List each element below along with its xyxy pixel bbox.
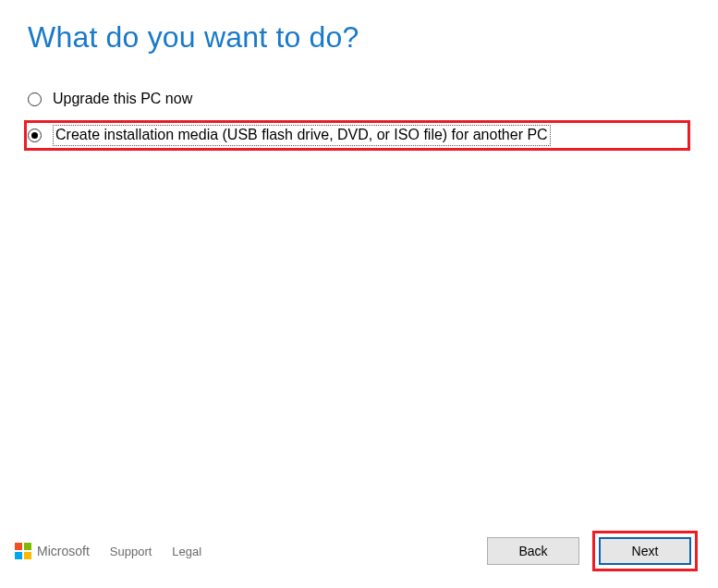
radio-icon [28, 92, 42, 106]
setup-page: What do you want to do? Upgrade this PC … [0, 0, 718, 151]
radio-icon [28, 129, 42, 142]
options-radio-group: Upgrade this PC now Create installation … [28, 90, 690, 151]
radio-option-create-media[interactable]: Create installation media (USB flash dri… [24, 120, 690, 151]
microsoft-logo-icon [15, 543, 31, 559]
legal-link[interactable]: Legal [172, 545, 201, 558]
back-button[interactable]: Back [487, 537, 579, 565]
microsoft-brand: Microsoft [15, 543, 90, 559]
support-link[interactable]: Support [110, 545, 152, 558]
radio-option-upgrade[interactable]: Upgrade this PC now [28, 90, 690, 109]
next-button-highlight: Next [592, 531, 698, 571]
page-title: What do you want to do? [28, 20, 690, 55]
footer-right: Back Next [487, 531, 698, 571]
footer-left: Microsoft Support Legal [15, 543, 201, 559]
microsoft-text: Microsoft [37, 544, 90, 558]
footer: Microsoft Support Legal Back Next [0, 531, 718, 571]
radio-label-upgrade: Upgrade this PC now [53, 91, 192, 106]
next-button[interactable]: Next [599, 537, 691, 565]
radio-label-create-media: Create installation media (USB flash dri… [55, 127, 548, 142]
